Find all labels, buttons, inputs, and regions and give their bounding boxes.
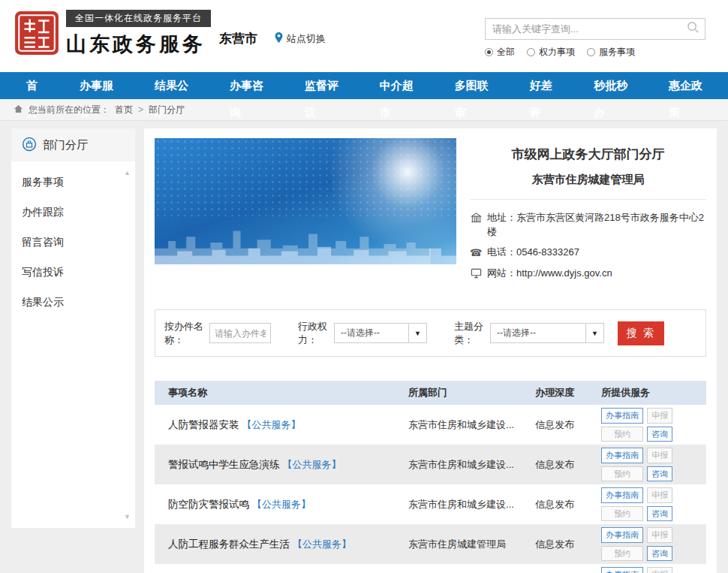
guide-button[interactable]: 办事指南	[601, 487, 643, 503]
power-filter-label: 行政权力：	[298, 320, 334, 346]
consult-button[interactable]: 咨询	[647, 546, 672, 562]
declare-button[interactable]: 申报	[647, 448, 672, 463]
header-department: 所属部门	[408, 386, 535, 400]
breadcrumb: 您当前所在的位置： 首页 > 部门分厅	[0, 99, 728, 121]
phone-label: 电话：	[487, 246, 516, 258]
guide-button[interactable]: 办事指南	[601, 567, 643, 573]
item-depth: 信息发布	[535, 498, 601, 511]
reserve-button[interactable]: 预约	[601, 546, 643, 562]
public-service-tag-link[interactable]: 【公共服务】	[242, 419, 301, 430]
chevron-down-icon: ▼	[408, 324, 426, 342]
main-nav: 首页办事服务结果公示办事咨询监督评议中介超市多图联审好差评秒批秒办惠企政策	[0, 72, 728, 99]
public-service-tag-link[interactable]: 【公共服务】	[252, 499, 311, 510]
table-row: 群众防空防灾救援及演练【公共服务】 东营市住房和城乡建设... 信息发布 办事指…	[155, 564, 706, 573]
declare-button[interactable]: 申报	[647, 487, 672, 503]
items-table-body: 人防警报器安装【公共服务】 东营市住房和城乡建设... 信息发布 办事指南 申报…	[155, 405, 706, 573]
guide-button[interactable]: 办事指南	[601, 408, 643, 424]
header-item-name: 事项名称	[155, 386, 408, 400]
radio-label: 全部	[497, 46, 515, 59]
consult-button[interactable]: 咨询	[647, 506, 672, 522]
search-scope-radio[interactable]: 全部	[485, 46, 515, 59]
address-line: 地址：东营市东营区黄河路218号市政务服务中心2楼	[470, 211, 706, 240]
item-depth: 信息发布	[535, 418, 601, 432]
breadcrumb-current-link[interactable]: 部门分厅	[149, 104, 185, 116]
declare-button[interactable]: 申报	[647, 408, 672, 424]
public-service-tag-link[interactable]: 【公共服务】	[293, 538, 351, 550]
skyline-graphic	[155, 221, 456, 264]
topic-filter-value: --请选择--	[497, 327, 536, 339]
nav-item[interactable]: 办事咨询	[214, 72, 289, 99]
sidebar-item[interactable]: 留言咨询	[11, 228, 135, 258]
site-switch-label: 站点切换	[287, 32, 326, 46]
item-name: 人防警报器安装	[168, 419, 239, 430]
scroll-up-icon[interactable]: ▲	[124, 169, 131, 176]
keyword-search-input[interactable]	[486, 23, 687, 35]
item-department: 东营市住房和城乡建设...	[408, 458, 535, 472]
consult-button[interactable]: 咨询	[647, 427, 672, 442]
department-banner-image	[155, 138, 456, 264]
phone-value: 0546-8333267	[516, 246, 579, 258]
reserve-button[interactable]: 预约	[601, 506, 643, 522]
nav-item[interactable]: 惠企政策	[653, 72, 728, 99]
breadcrumb-home-link[interactable]: 首页	[115, 104, 133, 116]
phone-icon: ☎	[470, 246, 482, 261]
page-header: 全国一体化在线政务服务平台 山东政务服务 东营市 站点切换 全部权力事项服务事项	[0, 0, 728, 72]
logo-area: 全国一体化在线政务服务平台 山东政务服务	[14, 10, 211, 58]
nav-item[interactable]: 办事服务	[64, 72, 139, 99]
item-depth: 信息发布	[535, 538, 601, 551]
item-name-filter-input[interactable]	[209, 323, 271, 343]
scroll-down-icon[interactable]: ▼	[124, 513, 131, 520]
main-panel: 市级网上政务大厅部门分厅 东营市住房城建管理局 地址：东营市东营区黄河路218号…	[144, 128, 717, 573]
power-filter-select[interactable]: --请选择-- ▼	[334, 323, 427, 343]
power-filter-value: --请选择--	[341, 327, 380, 339]
website-label: 网站：	[487, 267, 516, 279]
search-icon[interactable]	[687, 21, 699, 37]
public-service-tag-link[interactable]: 【公共服务】	[283, 459, 341, 470]
sidebar-item[interactable]: 办件跟踪	[11, 198, 135, 228]
search-scope-radio[interactable]: 服务事项	[587, 46, 635, 59]
nav-item[interactable]: 首页	[11, 72, 64, 99]
nav-item[interactable]: 多图联审	[439, 72, 514, 99]
current-city-label: 东营市	[219, 30, 257, 47]
chevron-down-icon: ▼	[585, 324, 603, 342]
nav-item[interactable]: 结果公示	[139, 72, 214, 99]
table-row: 防空防灾警报试鸣【公共服务】 东营市住房和城乡建设... 信息发布 办事指南 申…	[155, 484, 706, 524]
search-scope-radios: 全部权力事项服务事项	[485, 46, 705, 59]
topic-filter-label: 主题分类：	[454, 320, 490, 346]
phone-line: ☎ 电话：0546-8333267	[470, 246, 706, 261]
reserve-button[interactable]: 预约	[601, 427, 643, 442]
header-depth: 办理深度	[535, 386, 601, 400]
site-switch-button[interactable]: 站点切换	[274, 32, 326, 46]
website-value[interactable]: http://www.dyjs.gov.cn	[516, 267, 612, 279]
guide-button[interactable]: 办事指南	[601, 448, 643, 463]
address-value: 东营市东营区黄河路218号市政务服务中心2楼	[487, 212, 704, 237]
sidebar-item[interactable]: 写信投诉	[11, 258, 135, 288]
nav-item[interactable]: 监督评议	[289, 72, 364, 99]
reserve-button[interactable]: 预约	[601, 466, 643, 482]
search-button[interactable]: 搜 索	[618, 321, 664, 345]
home-icon	[14, 104, 23, 116]
items-table: 事项名称 所属部门 办理深度 所提供服务 人防警报器安装【公共服务】 东营市住房…	[155, 381, 706, 573]
declare-button[interactable]: 申报	[647, 527, 672, 543]
search-scope-radio[interactable]: 权力事项	[527, 46, 575, 59]
keyword-search-box	[485, 18, 705, 40]
nav-item[interactable]: 秒批秒办	[578, 72, 653, 99]
platform-banner: 全国一体化在线政务服务平台	[66, 10, 211, 27]
sidebar-item[interactable]: 结果公示	[11, 288, 135, 318]
department-hall-icon	[22, 137, 37, 154]
content-area: 部门分厅 ▲ 服务事项办件跟踪留言咨询写信投诉结果公示 ▼ 市级网上政务大厅部门…	[0, 121, 728, 573]
nav-item[interactable]: 好差评	[514, 72, 578, 99]
table-row: 人防工程服务群众生产生活【公共服务】 东营市住房城建管理局 信息发布 办事指南 …	[155, 524, 706, 564]
department-name: 东营市住房城建管理局	[470, 173, 706, 200]
declare-button[interactable]: 申报	[647, 567, 672, 573]
guide-button[interactable]: 办事指南	[601, 527, 643, 543]
sidebar-title: 部门分厅	[11, 128, 135, 161]
table-header-row: 事项名称 所属部门 办理深度 所提供服务	[155, 381, 706, 405]
item-name: 人防工程服务群众生产生活	[168, 538, 290, 550]
nav-item[interactable]: 中介超市	[364, 72, 439, 99]
sidebar-title-label: 部门分厅	[43, 138, 88, 152]
sidebar-item[interactable]: 服务事项	[11, 167, 135, 198]
topic-filter-select[interactable]: --请选择-- ▼	[490, 323, 604, 343]
table-row: 人防警报器安装【公共服务】 东营市住房和城乡建设... 信息发布 办事指南 申报…	[155, 405, 706, 445]
consult-button[interactable]: 咨询	[647, 466, 672, 482]
